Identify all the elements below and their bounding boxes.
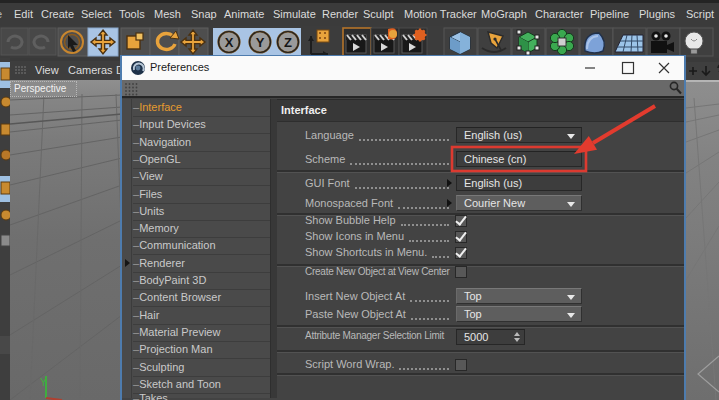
svg-text:Z: Z xyxy=(284,35,292,50)
svg-text:Y: Y xyxy=(256,35,265,50)
svg-text:X: X xyxy=(225,35,234,50)
svg-text:Y: Y xyxy=(40,377,47,388)
